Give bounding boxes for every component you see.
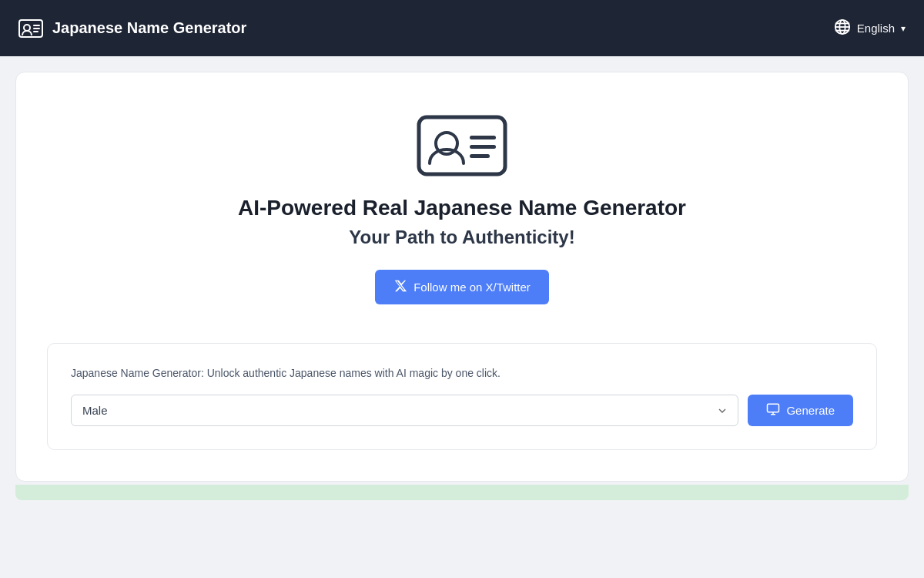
generate-button-label: Generate (786, 404, 835, 417)
language-label: English (857, 22, 895, 35)
svg-rect-14 (470, 154, 490, 158)
gender-select[interactable]: Male Female (71, 395, 738, 426)
language-selector[interactable]: English ▾ (834, 18, 906, 39)
hero-title-main: AI-Powered Real Japanese Name Generator (238, 196, 686, 220)
chevron-down-icon: ▾ (901, 23, 906, 34)
form-card: Japanese Name Generator: Unlock authenti… (47, 343, 877, 450)
app-header: Japanese Name Generator English ▾ (0, 0, 924, 56)
main-content: AI-Powered Real Japanese Name Generator … (0, 56, 924, 516)
twitter-button-label: Follow me on X/Twitter (413, 281, 531, 294)
hero-section: AI-Powered Real Japanese Name Generator … (47, 111, 877, 450)
svg-rect-13 (470, 145, 496, 149)
hero-title-sub: Your Path to Authenticity! (238, 227, 686, 248)
globe-icon (834, 18, 851, 39)
svg-rect-15 (768, 404, 779, 412)
app-title: Japanese Name Generator (52, 19, 246, 37)
main-card: AI-Powered Real Japanese Name Generator … (15, 72, 909, 482)
bottom-hint-bar (15, 485, 909, 500)
logo-icon (18, 18, 43, 39)
form-row: Male Female Generate (71, 395, 853, 426)
hero-titles: AI-Powered Real Japanese Name Generator … (238, 196, 686, 248)
generate-icon (766, 402, 780, 418)
id-card-icon (416, 111, 508, 180)
svg-point-1 (24, 25, 30, 31)
header-left: Japanese Name Generator (18, 18, 246, 39)
twitter-follow-button[interactable]: Follow me on X/Twitter (375, 270, 549, 304)
generate-button[interactable]: Generate (748, 395, 853, 426)
svg-rect-12 (470, 136, 496, 139)
form-description: Japanese Name Generator: Unlock authenti… (71, 367, 853, 379)
twitter-x-icon (393, 279, 407, 295)
